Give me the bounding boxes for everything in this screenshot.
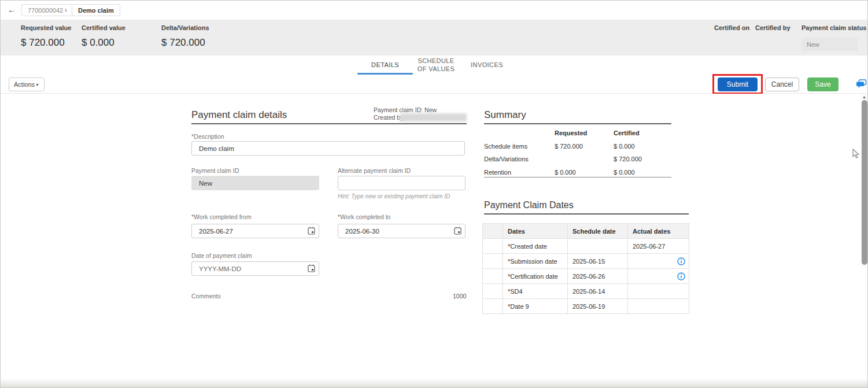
date-name-cell: *Certification date <box>503 269 568 284</box>
comments-char-counter: 1000 <box>453 293 466 300</box>
table-row: *SD4 2025-06-14 <box>483 284 689 299</box>
row-handle-cell <box>483 299 503 314</box>
table-row: *Created date 2025-06-27 <box>483 239 689 254</box>
actual-date-cell[interactable] <box>628 299 689 314</box>
alternate-claim-id-input[interactable] <box>338 176 466 190</box>
back-icon[interactable]: ← <box>8 5 16 14</box>
calendar-icon[interactable] <box>308 264 315 275</box>
summary-title: Summary <box>484 109 526 121</box>
actions-label: Actions <box>14 81 35 88</box>
schedule-date-cell[interactable]: 2025-06-19 <box>568 299 628 314</box>
actual-date-cell[interactable] <box>628 269 689 284</box>
dates-header-actual: Actual dates <box>628 224 689 239</box>
bottom-edge-gradient <box>1 378 868 388</box>
chevron-right-icon: › <box>65 6 67 13</box>
summary-row-label: Delta/Variations <box>484 156 529 162</box>
requested-value: $ 720.000 <box>21 37 65 49</box>
row-handle-cell <box>483 239 503 254</box>
toolbar: Actions ▼ Submit Cancel Save <box>1 75 868 94</box>
date-name-cell: *Date 9 <box>503 299 568 314</box>
dates-header-schedule: Schedule date <box>568 224 628 239</box>
save-button[interactable]: Save <box>807 77 839 91</box>
comments-label: Comments <box>191 293 221 300</box>
calendar-icon[interactable] <box>308 227 315 237</box>
certified-by-label: Certified by <box>755 24 791 31</box>
payment-claim-status-label: Payment claim status <box>801 24 867 31</box>
info-icon[interactable] <box>677 272 685 282</box>
summary-row-label: Retention <box>484 169 511 176</box>
created-by-meta: Created by <box>374 114 403 121</box>
actual-date-cell[interactable] <box>628 254 689 269</box>
delta-variations-value: $ 720.000 <box>161 37 205 49</box>
description-label: *Description <box>191 133 224 140</box>
schedule-date-cell[interactable]: 2025-06-14 <box>568 284 628 299</box>
work-completed-from-label: *Work completed from <box>191 213 252 220</box>
stats-bar: Requested value $ 720.000 Certified valu… <box>1 20 868 56</box>
dates-title-rule <box>484 213 689 215</box>
tabs-bar: DETAILS SCHEDULE OF VALUES INVOICES <box>1 56 868 75</box>
payment-claim-id-label: Payment claim ID <box>191 167 239 174</box>
comments-chat-icon[interactable] <box>856 79 867 91</box>
tab-schedule-of-values[interactable]: SCHEDULE OF VALUES <box>413 56 459 75</box>
summary-title-rule <box>484 123 671 124</box>
certified-value: $ 0.000 <box>82 37 114 49</box>
info-icon[interactable] <box>677 257 685 267</box>
scrollbar-up-arrow-icon[interactable]: ▲ <box>862 95 866 99</box>
cancel-button[interactable]: Cancel <box>765 77 799 91</box>
description-input[interactable] <box>191 141 465 156</box>
calendar-icon[interactable] <box>454 227 461 237</box>
dates-header-row: Dates Schedule date Actual dates <box>483 224 689 239</box>
requested-value-label: Requested value <box>21 24 71 31</box>
certified-on-label: Certified on <box>714 24 749 31</box>
project-id-label: 7700000042 - <box>28 7 67 14</box>
summary-bottom-rule <box>484 177 671 178</box>
payment-claim-id-input <box>191 176 319 190</box>
summary-col-requested: Requested <box>555 130 587 136</box>
payment-claim-details-title: Payment claim details <box>191 109 287 121</box>
date-name-cell: *Submission date <box>503 254 568 269</box>
work-completed-to-input[interactable] <box>338 224 466 238</box>
table-row: *Date 9 2025-06-19 <box>483 299 689 314</box>
dates-header-empty <box>483 224 503 239</box>
claim-name-label: Demo claim <box>78 7 114 14</box>
status-badge: New <box>801 38 858 51</box>
dates-header-dates: Dates <box>503 224 568 239</box>
certified-value-label: Certified value <box>82 24 125 31</box>
actions-button[interactable]: Actions ▼ <box>9 77 45 91</box>
row-handle-cell <box>483 254 503 269</box>
date-of-payment-claim-label: Date of payment claim <box>191 252 252 259</box>
actual-date-cell[interactable] <box>628 284 689 299</box>
submit-button[interactable]: Submit <box>718 77 758 91</box>
row-handle-cell <box>483 284 503 299</box>
tab-invoices[interactable]: INVOICES <box>464 56 510 75</box>
alternate-claim-id-hint: Hint: Type new or existing payment claim… <box>338 193 450 199</box>
summary-row-certified: $ 0.000 <box>614 143 635 150</box>
summary-row-requested: $ 0.000 <box>555 169 576 176</box>
date-name-cell: *SD4 <box>503 284 568 299</box>
status-value: New <box>807 41 819 48</box>
work-completed-to-label: *Work completed to <box>338 213 390 220</box>
summary-col-certified: Certified <box>614 130 640 136</box>
date-name-cell: *Created date <box>503 239 568 254</box>
payment-claim-dates-title: Payment Claim Dates <box>484 200 574 210</box>
tab-details[interactable]: DETAILS <box>357 56 413 75</box>
work-completed-from-input[interactable] <box>191 224 319 238</box>
chevron-down-icon: ▼ <box>35 83 39 87</box>
summary-row-certified: $ 0.000 <box>614 169 635 176</box>
actual-date-cell[interactable]: 2025-06-27 <box>628 239 689 254</box>
summary-row-requested: $ 720.000 <box>555 143 583 150</box>
alternate-claim-id-label: Alternate payment claim ID <box>338 167 411 174</box>
delta-variations-label: Delta/Variations <box>161 24 209 31</box>
schedule-date-cell[interactable]: 2025-06-26 <box>568 269 628 284</box>
schedule-date-cell[interactable]: 2025-06-15 <box>568 254 628 269</box>
breadcrumb-claim-name[interactable]: Demo claim <box>72 4 120 16</box>
content-area: Payment claim details Payment claim ID: … <box>1 94 868 388</box>
date-of-payment-claim-input[interactable] <box>191 261 319 276</box>
scrollbar-thumb[interactable] <box>862 100 867 265</box>
schedule-date-cell[interactable] <box>568 239 628 254</box>
row-handle-cell <box>483 269 503 284</box>
mouse-cursor-icon <box>852 149 860 161</box>
payment-claim-dates-table: Dates Schedule date Actual dates *Create… <box>482 223 689 314</box>
summary-row-label: Schedule items <box>484 143 527 150</box>
table-row: *Submission date 2025-06-15 <box>483 254 689 269</box>
